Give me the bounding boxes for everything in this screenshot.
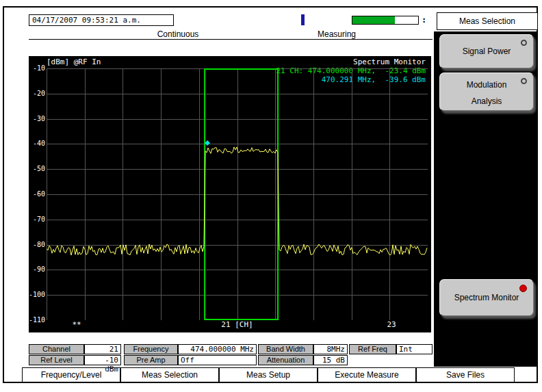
softkey-save-files[interactable]: Save Files [416,367,515,382]
y-tick-label: -10 [29,64,45,72]
param-label-frequency: Frequency [124,344,178,354]
spectrum-monitor-button[interactable]: Spectrum Monitor [439,279,534,316]
status-divider [29,39,433,40]
param-value-ref-level: -10 dBm [84,355,121,365]
progress-bar-fill [352,16,395,24]
progress-suffix: : [422,15,426,25]
sidebar-menu-title: Meas Selection [437,12,538,30]
datetime-display: 04/17/2007 09:53:21 a.m. [29,14,174,26]
y-tick-label: -100 [29,291,45,298]
spectrum-plot [47,68,428,320]
y-tick-label: -90 [29,265,45,273]
spectrum-display: [dBm] @RF In Spectrum Monitor 21 CH: 474… [29,56,431,332]
softkey-row: Frequency/LevelMeas SelectionMeas SetupE… [22,367,515,382]
softkey-execute-measure[interactable]: Execute Measure [318,367,416,382]
marker-diamond [205,140,210,146]
param-label-channel: Channel [29,344,84,354]
param-label-band-width: Band Width [258,344,313,354]
modulation-label: Modulation [440,80,533,90]
modulation-analysis-button[interactable]: Modulation Analysis [439,73,534,111]
param-value-channel: 21 [84,344,121,354]
param-value-frequency: 474.000000 MHz [178,344,257,354]
y-tick-label: -80 [29,241,45,248]
measuring-state-label: Measuring [289,29,385,39]
signal-power-label: Signal Power [440,35,533,68]
param-value-pre-amp: Off [178,355,257,365]
analysis-label: Analysis [440,96,533,106]
acquisition-mode-label: Continuous [130,29,226,39]
units-input-label: [dBm] @RF In [47,57,101,66]
sidebar-panel: Signal Power Modulation Analysis Spectru… [434,31,538,367]
measurement-title: Spectrum Monitor [353,57,426,66]
y-tick-label: -30 [29,115,45,122]
y-tick-label: -70 [29,215,45,223]
param-label-ref-freq: Ref Freq [349,344,396,354]
param-label-pre-amp: Pre Amp [124,355,178,365]
x-axis-right-label: 23 [371,320,412,329]
progress-bar [352,16,419,25]
spectrum-trace [47,147,427,255]
param-label-attenuation: Attenuation [258,355,313,365]
param-value-attenuation: 15 dB [313,355,348,365]
y-tick-label: -110 [29,316,45,324]
param-value-band-width: 8MHz [313,344,348,354]
softkey-meas-selection[interactable]: Meas Selection [120,367,219,382]
activity-indicator [301,14,305,25]
y-tick-label: -20 [29,90,45,97]
y-tick-label: -60 [29,190,45,198]
signal-power-button[interactable]: Signal Power [439,34,534,68]
y-tick-label: -50 [29,165,45,172]
param-value-ref-freq: Int [396,344,433,354]
y-tick-label: -40 [29,140,45,147]
spectrum-monitor-label: Spectrum Monitor [440,280,533,315]
param-label-ref-level: Ref Level [29,355,84,365]
softkey-meas-setup[interactable]: Meas Setup [219,367,318,382]
